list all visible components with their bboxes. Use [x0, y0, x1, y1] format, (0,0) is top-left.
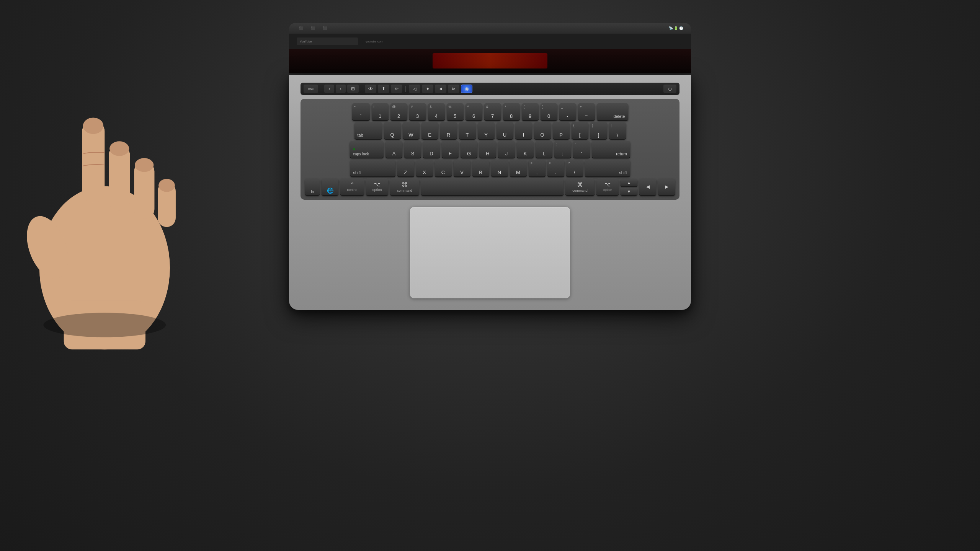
right-command-key[interactable]: ⌘ command: [565, 178, 595, 195]
volume-mute-key[interactable]: ⊳: [448, 85, 459, 93]
fn-key[interactable]: fn: [305, 178, 320, 195]
globe-key[interactable]: 🌐: [322, 178, 338, 195]
semicolon-key[interactable]: : ;: [554, 141, 571, 158]
p-key[interactable]: P: [553, 122, 570, 139]
return-key[interactable]: return: [592, 141, 630, 158]
q-key[interactable]: Q: [384, 122, 401, 139]
x-key[interactable]: X: [416, 160, 433, 176]
screen-lid: ⬛ ⬛ ⬛ 📡 🔋 🕐 YouTube youtube.com: [289, 23, 691, 73]
k-key[interactable]: K: [517, 141, 534, 158]
t-key[interactable]: T: [459, 122, 476, 139]
z-key[interactable]: Z: [397, 160, 414, 176]
right-option-key[interactable]: ⌥ option: [596, 178, 619, 195]
down-arrow-key[interactable]: ▼: [621, 187, 637, 195]
share-key[interactable]: ⬆: [378, 85, 389, 93]
number-row: ~ ` ! 1 @ 2 # 3 $ 4: [305, 103, 675, 120]
power-key[interactable]: ⏻: [663, 85, 676, 93]
0-key[interactable]: ) 0: [541, 103, 557, 120]
qwerty-row: tab Q W E R T Y U I O P { [ } ]: [305, 122, 675, 139]
brightness-down-key[interactable]: ◁: [409, 85, 420, 93]
open-bracket-key[interactable]: { [: [572, 122, 588, 139]
b-key[interactable]: B: [472, 160, 489, 176]
trackpad-area: [301, 207, 679, 298]
esc-key[interactable]: esc: [304, 85, 318, 93]
8-key[interactable]: * 8: [503, 103, 520, 120]
c-key[interactable]: C: [435, 160, 452, 176]
backtick-key[interactable]: ~ `: [352, 103, 370, 120]
i-key[interactable]: I: [515, 122, 532, 139]
tb-separator: [405, 86, 406, 92]
left-shift-key[interactable]: shift: [350, 160, 395, 176]
9-key[interactable]: ( 9: [522, 103, 539, 120]
w-key[interactable]: W: [403, 122, 420, 139]
keyboard-chassis: esc ‹ › ⊞ 👁 ⬆ ✏ ◁ ✦: [289, 75, 691, 310]
close-bracket-key[interactable]: } ]: [590, 122, 607, 139]
left-command-key[interactable]: ⌘ command: [390, 178, 419, 195]
d-key[interactable]: D: [423, 141, 440, 158]
6-key[interactable]: ^ 6: [466, 103, 482, 120]
comma-key[interactable]: < ,: [529, 160, 546, 176]
asdf-row: caps lock A S D F G H J K L : ; " ': [305, 141, 675, 158]
left-arrow-key[interactable]: ◀: [639, 178, 656, 195]
laptop: ⬛ ⬛ ⬛ 📡 🔋 🕐 YouTube youtube.com: [222, 23, 758, 310]
r-key[interactable]: R: [440, 122, 457, 139]
tab-key[interactable]: tab: [354, 122, 382, 139]
y-key[interactable]: Y: [478, 122, 495, 139]
a-key[interactable]: A: [385, 141, 402, 158]
screen-top-bar: ⬛ ⬛ ⬛ 📡 🔋 🕐: [289, 23, 691, 34]
right-arrow-key[interactable]: ▶: [658, 178, 675, 195]
control-key[interactable]: ⌃ control: [340, 178, 364, 195]
1-key[interactable]: ! 1: [372, 103, 389, 120]
up-arrow-key[interactable]: ▲: [621, 179, 637, 186]
slash-key[interactable]: ? /: [566, 160, 583, 176]
4-key[interactable]: $ 4: [428, 103, 445, 120]
brightness-up-key[interactable]: ✦: [422, 85, 433, 93]
eye-key[interactable]: 👁: [365, 85, 376, 93]
volume-down-key[interactable]: ◄: [435, 85, 446, 93]
grid-key[interactable]: ⊞: [347, 85, 359, 93]
zxcv-row: shift Z X C V B N M < , > . ?: [305, 160, 675, 176]
pencil-key[interactable]: ✏: [391, 85, 402, 93]
o-key[interactable]: O: [534, 122, 551, 139]
e-key[interactable]: E: [421, 122, 438, 139]
forward-key[interactable]: ›: [336, 85, 346, 93]
bottom-row: fn 🌐 ⌃ control ⌥ option ⌘ command: [305, 178, 675, 195]
keyboard: ~ ` ! 1 @ 2 # 3 $ 4: [301, 99, 679, 200]
5-key[interactable]: % 5: [447, 103, 464, 120]
equals-key[interactable]: + =: [578, 103, 595, 120]
right-shift-key[interactable]: shift: [585, 160, 630, 176]
back-key[interactable]: ‹: [324, 85, 334, 93]
quote-key[interactable]: " ': [573, 141, 590, 158]
delete-key[interactable]: delete: [597, 103, 628, 120]
2-key[interactable]: @ 2: [390, 103, 407, 120]
siri-key[interactable]: ◉: [461, 85, 472, 93]
left-option-key[interactable]: ⌥ option: [366, 178, 388, 195]
h-key[interactable]: H: [479, 141, 496, 158]
l-key[interactable]: L: [536, 141, 552, 158]
caps-lock-key[interactable]: caps lock: [350, 141, 384, 158]
screen-content: ⬛ ⬛ ⬛ 📡 🔋 🕐 YouTube youtube.com: [289, 23, 691, 73]
backslash-key[interactable]: | \: [609, 122, 626, 139]
7-key[interactable]: & 7: [484, 103, 501, 120]
screen-browser-bar: YouTube youtube.com: [289, 34, 691, 49]
g-key[interactable]: G: [461, 141, 477, 158]
minus-key[interactable]: _ -: [559, 103, 576, 120]
n-key[interactable]: N: [491, 160, 508, 176]
period-key[interactable]: > .: [547, 160, 564, 176]
s-key[interactable]: S: [404, 141, 421, 158]
touch-bar: esc ‹ › ⊞ 👁 ⬆ ✏ ◁ ✦: [301, 83, 679, 95]
j-key[interactable]: J: [498, 141, 515, 158]
space-key[interactable]: [421, 178, 564, 195]
v-key[interactable]: V: [454, 160, 470, 176]
u-key[interactable]: U: [497, 122, 513, 139]
f-key[interactable]: F: [442, 141, 459, 158]
m-key[interactable]: M: [510, 160, 527, 176]
3-key[interactable]: # 3: [409, 103, 426, 120]
trackpad[interactable]: [410, 207, 570, 298]
